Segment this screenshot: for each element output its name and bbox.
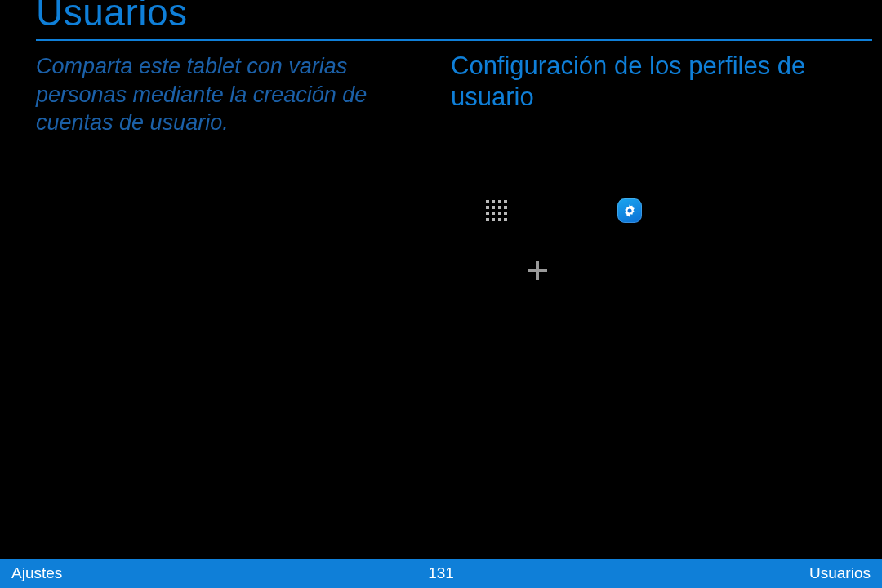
footer-right: Usuarios <box>809 564 871 582</box>
title-rule <box>36 39 872 41</box>
apps-grid-icon <box>486 200 507 221</box>
section-heading-user-profiles: Configuración de los perfiles de usuario <box>451 51 826 113</box>
page-title: Usuarios <box>36 0 188 34</box>
svg-point-1 <box>628 209 632 213</box>
footer-left: Ajustes <box>11 564 62 582</box>
footer-bar: Ajustes 131 Usuarios <box>0 559 882 588</box>
plus-icon <box>525 258 550 283</box>
intro-paragraph: Comparta este tablet con varias personas… <box>36 52 420 137</box>
settings-gear-icon <box>617 198 642 223</box>
footer-page-number: 131 <box>0 564 882 582</box>
manual-page: Usuarios Comparta este tablet con varias… <box>0 0 882 588</box>
